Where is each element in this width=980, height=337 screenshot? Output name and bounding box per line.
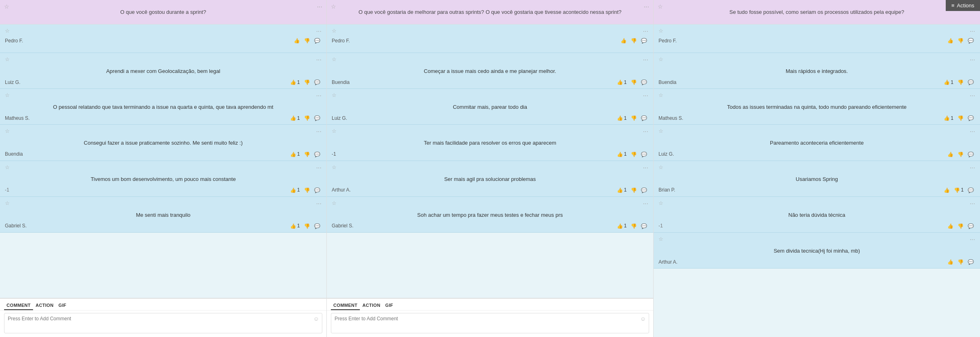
- card-star-icon[interactable]: ☆: [659, 200, 663, 206]
- card-star-icon[interactable]: ☆: [659, 28, 663, 34]
- card-star-icon[interactable]: ☆: [5, 92, 10, 98]
- thumbs-up-button[interactable]: [946, 37, 955, 44]
- card-more-icon[interactable]: ···: [316, 164, 321, 172]
- comment-button[interactable]: [967, 186, 975, 194]
- card-more-icon[interactable]: ···: [316, 92, 321, 99]
- thumbs-up-button[interactable]: 1: [616, 78, 628, 86]
- thumbs-up-button[interactable]: 1: [942, 78, 955, 86]
- thumbs-down-button[interactable]: 1: [953, 186, 965, 194]
- card-more-icon[interactable]: ···: [970, 128, 975, 135]
- emoji-icon[interactable]: ☺: [313, 315, 319, 322]
- card-more-icon[interactable]: ···: [970, 200, 975, 207]
- comment-button[interactable]: [313, 150, 321, 158]
- comment-tab-gif[interactable]: GIF: [56, 301, 69, 310]
- comment-button[interactable]: [640, 78, 648, 86]
- card-star-icon[interactable]: ☆: [5, 164, 10, 170]
- thumbs-down-button[interactable]: [630, 78, 638, 86]
- thumbs-up-button[interactable]: [942, 186, 951, 194]
- thumbs-up-button[interactable]: [619, 37, 628, 44]
- comment-button[interactable]: [313, 78, 321, 86]
- comment-button[interactable]: [640, 114, 648, 122]
- thumbs-down-button[interactable]: [956, 37, 965, 44]
- thumbs-up-button[interactable]: [293, 37, 301, 44]
- thumbs-down-button[interactable]: [303, 150, 311, 158]
- actions-button[interactable]: ≡ Actions: [946, 0, 980, 11]
- emoji-icon[interactable]: ☺: [640, 315, 646, 322]
- card-star-icon[interactable]: ☆: [659, 236, 663, 242]
- thumbs-down-button[interactable]: [956, 258, 965, 266]
- card-more-icon[interactable]: ···: [316, 28, 321, 35]
- thumbs-up-button[interactable]: [946, 150, 955, 158]
- thumbs-up-button[interactable]: 1: [289, 150, 301, 158]
- card-more-icon[interactable]: ···: [970, 164, 975, 172]
- comment-button[interactable]: [967, 222, 975, 230]
- thumbs-up-button[interactable]: 1: [616, 222, 628, 230]
- comment-button[interactable]: [640, 150, 648, 158]
- comment-button[interactable]: [640, 186, 648, 194]
- comment-tab-gif[interactable]: GIF: [383, 301, 395, 310]
- column-more-icon[interactable]: ···: [644, 3, 649, 11]
- comment-tab-comment[interactable]: COMMENT: [4, 301, 33, 310]
- thumbs-up-button[interactable]: 1: [289, 222, 301, 230]
- card-star-icon[interactable]: ☆: [332, 92, 337, 98]
- thumbs-up-button[interactable]: [946, 258, 955, 266]
- card-star-icon[interactable]: ☆: [332, 164, 337, 170]
- thumbs-down-button[interactable]: [303, 222, 311, 230]
- card-more-icon[interactable]: ···: [316, 56, 321, 64]
- card-more-icon[interactable]: ···: [643, 56, 648, 64]
- thumbs-down-button[interactable]: [630, 222, 638, 230]
- card-star-icon[interactable]: ☆: [332, 28, 337, 34]
- comment-input[interactable]: [331, 313, 649, 333]
- comment-button[interactable]: [967, 114, 975, 122]
- card-star-icon[interactable]: ☆: [5, 28, 10, 34]
- thumbs-down-button[interactable]: [630, 114, 638, 122]
- card-star-icon[interactable]: ☆: [5, 128, 10, 134]
- thumbs-up-button[interactable]: 1: [616, 114, 628, 122]
- comment-button[interactable]: [313, 37, 321, 44]
- card-more-icon[interactable]: ···: [970, 28, 975, 35]
- card-star-icon[interactable]: ☆: [332, 200, 337, 206]
- thumbs-up-button[interactable]: 1: [289, 114, 301, 122]
- card-star-icon[interactable]: ☆: [5, 200, 10, 206]
- card-more-icon[interactable]: ···: [643, 28, 648, 35]
- thumbs-up-button[interactable]: 1: [616, 186, 628, 194]
- card-more-icon[interactable]: ···: [643, 164, 648, 172]
- card-more-icon[interactable]: ···: [643, 92, 648, 99]
- card-star-icon[interactable]: ☆: [659, 164, 663, 170]
- card-star-icon[interactable]: ☆: [332, 128, 337, 134]
- card-star-icon[interactable]: ☆: [5, 56, 10, 62]
- card-star-icon[interactable]: ☆: [659, 128, 663, 134]
- thumbs-down-button[interactable]: [303, 114, 311, 122]
- card-more-icon[interactable]: ···: [970, 92, 975, 99]
- thumbs-up-button[interactable]: 1: [289, 78, 301, 86]
- card-star-icon[interactable]: ☆: [332, 56, 337, 62]
- comment-tab-comment[interactable]: COMMENT: [331, 301, 360, 310]
- thumbs-down-button[interactable]: [303, 186, 311, 194]
- thumbs-down-button[interactable]: [303, 78, 311, 86]
- thumbs-down-button[interactable]: [956, 150, 965, 158]
- thumbs-up-button[interactable]: [946, 222, 955, 230]
- thumbs-up-button[interactable]: 1: [616, 150, 628, 158]
- thumbs-down-button[interactable]: [630, 37, 638, 44]
- card-more-icon[interactable]: ···: [970, 236, 975, 243]
- thumbs-down-button[interactable]: [956, 114, 965, 122]
- comment-button[interactable]: [313, 222, 321, 230]
- thumbs-down-button[interactable]: [630, 186, 638, 194]
- comment-tab-action[interactable]: ACTION: [360, 301, 383, 310]
- thumbs-up-button[interactable]: 1: [942, 114, 955, 122]
- comment-button[interactable]: [967, 37, 975, 44]
- comment-button[interactable]: [967, 258, 975, 266]
- star-icon[interactable]: ☆: [4, 3, 9, 10]
- comment-tab-action[interactable]: ACTION: [33, 301, 56, 310]
- card-more-icon[interactable]: ···: [316, 200, 321, 207]
- comment-button[interactable]: [967, 78, 975, 86]
- card-more-icon[interactable]: ···: [316, 128, 321, 135]
- comment-button[interactable]: [313, 114, 321, 122]
- card-more-icon[interactable]: ···: [643, 200, 648, 207]
- card-more-icon[interactable]: ···: [970, 56, 975, 64]
- comment-button[interactable]: [313, 186, 321, 194]
- thumbs-down-button[interactable]: [956, 222, 965, 230]
- card-star-icon[interactable]: ☆: [659, 92, 663, 98]
- thumbs-up-button[interactable]: 1: [289, 186, 301, 194]
- thumbs-down-button[interactable]: [303, 37, 311, 44]
